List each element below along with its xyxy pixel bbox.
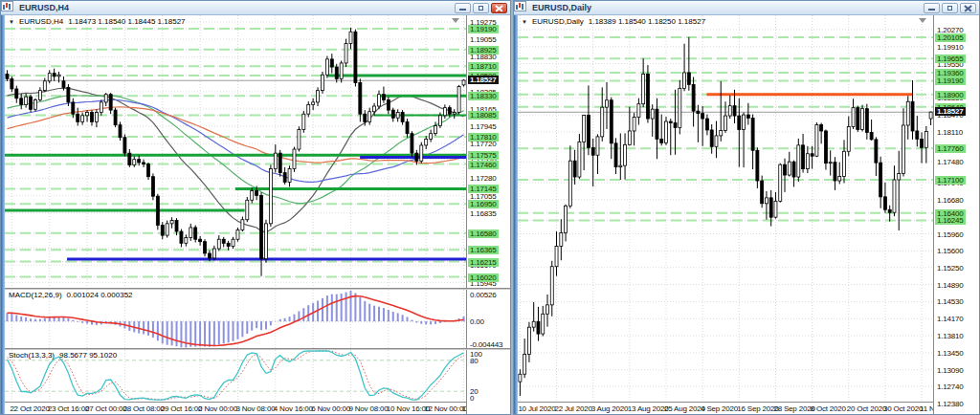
window-titlebar[interactable]: EURUSD,H4 [1,1,510,15]
maximize-button[interactable] [473,3,489,13]
price-label: 1.17810 [468,133,499,142]
price-label: 1.13090 [937,366,964,375]
price-pane[interactable]: ▼ EURUSD,H4 1.18473 1.18540 1.18445 1.18… [5,15,466,288]
price-label: 1.16950 [468,200,499,208]
price-label: 1.17460 [468,161,499,169]
price-label: 1.16580 [468,229,499,238]
macd-info-line: MACD(12,26,9) 0.001024 0.000352 [9,291,133,299]
price-label: 1.18330 [468,92,499,100]
chart-client-area: ▼ EURUSD,H4 1.18473 1.18540 1.18445 1.18… [1,15,510,414]
price-label: 1.16020 [468,273,499,282]
price-pane[interactable]: ▼ EURUSD,Daily 1.18389 1.18540 1.18250 1… [518,15,933,402]
time-label: 6 Nov 00:00 [311,404,350,413]
time-label: 25 Aug 2020 [664,404,705,413]
time-label: 28 Oct 08:00 [122,404,164,413]
price-label: 1.18710 [468,62,499,71]
price-label: 1.16680 [937,196,964,205]
macd-label: MACD(12,26,9) [9,291,62,299]
price-label: 1.17100 [935,176,966,185]
window-titlebar[interactable]: EURUSD,Daily [514,1,979,15]
time-axis[interactable]: 10 Jul 202022 Jul 20203 Aug 202013 Aug 2… [514,402,979,414]
time-label: 3 Nov 08:00 [235,404,275,413]
price-label: 1.18925 [468,46,499,55]
ohlc-info-line: ▼ EURUSD,Daily 1.18389 1.18540 1.18250 1… [522,17,705,26]
time-label: 20 Oct 2020 [847,404,886,413]
chart-client-area: ▼ EURUSD,Daily 1.18389 1.18540 1.18250 1… [514,15,979,414]
stoch-values: 98.5677 95.1020 [59,351,117,360]
price-label: 1.17145 [468,185,499,193]
price-label: 1.18110 [937,128,963,137]
price-axis[interactable]: 1.202701.199101.195501.188301.184701.181… [933,15,979,414]
time-label: 22 Jul 2020 [555,404,592,413]
price-label: 1.20105 [935,33,966,42]
chart-icon [4,3,16,13]
price-label: 1.19190 [935,76,966,85]
close-button[interactable] [960,3,976,13]
price-label: 0.00 [470,317,484,326]
time-axis[interactable]: 22 Oct 202023 Oct 16:0027 Oct 00:0028 Oc… [1,402,510,414]
time-label: 28 Sep 2020 [773,404,814,413]
price-label: 1.15960 [937,230,964,239]
price-label: 1.14170 [937,315,964,323]
ohlc-values: 1.18473 1.18540 1.18445 1.18527 [68,17,185,26]
close-button[interactable] [491,3,507,13]
maximize-button[interactable] [942,3,958,13]
time-label: 27 Oct 00:00 [85,404,126,413]
time-label: 16 Sep 2020 [737,404,778,413]
price-label: 1.17945 [470,122,497,131]
time-label: 29 Oct 16:00 [161,404,202,413]
candlestick-chart[interactable] [518,15,933,402]
window-accent-strip [1,15,5,414]
current-price-label: 1.18527 [468,76,499,84]
price-label: 1.17575 [468,151,499,160]
chevron-down-icon: ▼ [9,19,14,25]
price-label: 0 [470,394,474,403]
chart-window-eurusd-h4[interactable]: EURUSD,H4 ▼ EURUSD,H4 1.18473 1.18540 1.… [0,0,511,415]
price-label: 80 [470,357,479,365]
price-label: 1.19910 [937,43,964,52]
stochastic-pane[interactable]: Stoch(13,3,3) 98.5677 95.1020 [5,350,466,402]
price-axis[interactable]: 1.192751.190551.188301.183851.181651.179… [466,15,510,414]
symbol-label: EURUSD,Daily [532,17,584,26]
pane-separator[interactable] [1,288,510,290]
window-controls [455,3,507,13]
time-label: 22 Oct 2020 [10,404,49,413]
pane-separator[interactable] [1,348,510,350]
price-label: 1.13810 [937,332,964,340]
price-label: 1.17280 [470,174,497,183]
macd-pane[interactable]: MACD(12,26,9) 0.001024 0.000352 [5,290,466,348]
price-label: 1.18830 [470,53,497,61]
minimize-button[interactable] [455,3,471,13]
candlestick-chart[interactable] [5,15,466,288]
window-title: EURUSD,H4 [19,3,69,12]
minimize-button[interactable] [924,3,940,13]
price-label: 1.16365 [468,246,499,254]
price-label: 1.16215 [468,258,499,267]
ohlc-info-line: ▼ EURUSD,H4 1.18473 1.18540 1.18445 1.18… [9,17,186,26]
price-label: 1.19190 [468,25,499,33]
price-label: 0.00526 [470,291,497,299]
price-label: 1.17760 [935,144,966,153]
price-label: 1.18085 [468,111,499,120]
ohlc-values: 1.18389 1.18540 1.18250 1.18527 [589,17,705,26]
price-label: 1.18900 [935,91,966,99]
time-label: 30 Oct 2020 [883,404,923,413]
time-label: 10 Jul 2020 [518,404,555,413]
time-label: 13 Aug 2020 [628,404,669,413]
stoch-info-line: Stoch(13,3,3) 98.5677 95.1020 [9,351,117,360]
symbol-label: EURUSD,H4 [19,17,63,26]
time-label: 23 Oct 16:00 [48,404,89,413]
price-label: 1.16245 [935,216,966,225]
chart-window-eurusd-daily[interactable]: EURUSD,Daily ▼ EURUSD,Daily 1.18389 1.18… [513,0,980,415]
price-label: 1.12380 [937,400,964,408]
chevron-down-icon: ▼ [522,19,527,25]
mt4-workspace: { "app": {"background": "#9fb3c8"}, "ico… [0,0,980,415]
window-controls [924,3,976,13]
macd-values: 0.001024 0.000352 [67,291,133,299]
price-label: 1.16835 [470,209,497,218]
time-label: 4 Sep 2020 [701,404,738,413]
time-label: 3 Aug 2020 [591,404,629,413]
time-label: 2 Nov 00:00 [198,404,237,413]
stoch-label: Stoch(13,3,3) [9,351,55,360]
price-label: 1.15250 [937,264,964,273]
